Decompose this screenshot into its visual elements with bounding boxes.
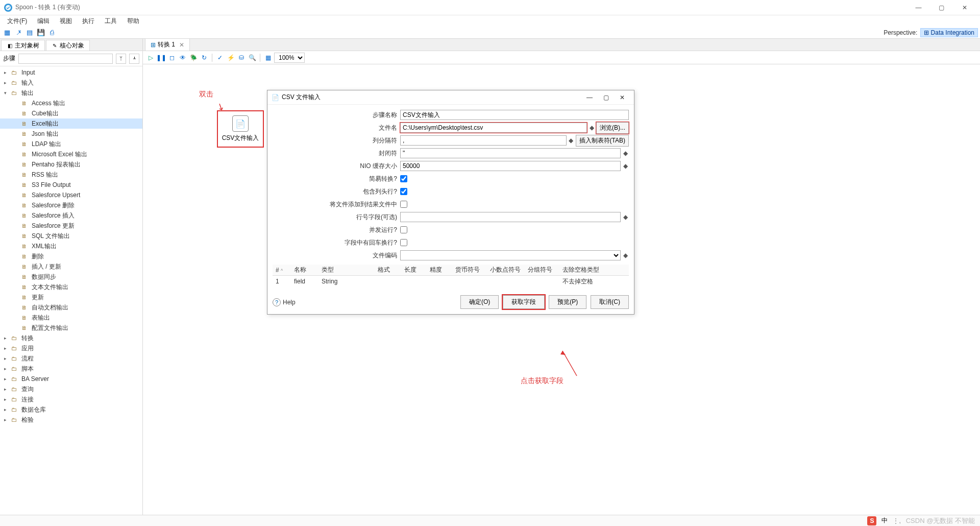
- new-icon[interactable]: ▦: [2, 28, 12, 38]
- explore-icon[interactable]: ▤: [24, 28, 35, 38]
- var-icon[interactable]: ◆: [568, 135, 575, 146]
- get-fields-button[interactable]: 获取字段: [503, 295, 545, 309]
- menu-tools[interactable]: 工具: [100, 16, 122, 27]
- header-checkbox[interactable]: [400, 188, 407, 195]
- open-icon[interactable]: ⭷: [13, 28, 23, 38]
- zoom-select[interactable]: 100%: [274, 53, 305, 63]
- minimize-button[interactable]: —: [907, 1, 930, 15]
- ok-button[interactable]: 确定(O): [460, 295, 499, 309]
- tree-out-item[interactable]: 🗎XML输出: [0, 241, 142, 251]
- step-tree[interactable]: ▸🗀Input ▸🗀输入 ▾🗀输出 🗎Access 输出🗎Cube输出🗎Exce…: [0, 66, 142, 515]
- tree-out-item[interactable]: 🗎Cube输出: [0, 108, 142, 118]
- help-button[interactable]: ?Help: [273, 298, 296, 306]
- tree-out-item[interactable]: 🗎自动文档输出: [0, 302, 142, 313]
- enclosure-input[interactable]: [400, 148, 621, 158]
- tree-out-item[interactable]: 🗎Access 输出: [0, 98, 142, 108]
- preview-button[interactable]: 预览(P): [549, 295, 586, 309]
- tree-out-item[interactable]: 🗎RSS 输出: [0, 170, 142, 180]
- tree-folder[interactable]: ▸🗀流程: [0, 353, 142, 364]
- menu-view[interactable]: 视图: [55, 16, 77, 27]
- var-icon[interactable]: ◆: [622, 161, 629, 171]
- impact-icon[interactable]: ⚡: [226, 53, 235, 62]
- perspective-value[interactable]: ⊞ Data Integration: [920, 28, 978, 37]
- close-button[interactable]: ✕: [953, 1, 976, 15]
- menu-file[interactable]: 文件(F): [2, 16, 32, 27]
- rownum-input[interactable]: [400, 212, 621, 222]
- tree-out-item[interactable]: 🗎插入 / 更新: [0, 261, 142, 272]
- steps-filter-input[interactable]: [18, 54, 113, 64]
- cancel-button[interactable]: 取消(C): [591, 295, 629, 309]
- menu-edit[interactable]: 编辑: [32, 16, 55, 27]
- tree-out-item[interactable]: 🗎Salesforce Upsert: [0, 190, 142, 200]
- tree-out-item[interactable]: 🗎Salesforce 更新: [0, 221, 142, 231]
- pause-icon[interactable]: ❚❚: [157, 53, 166, 62]
- tree-out-item[interactable]: 🗎Pentaho 报表输出: [0, 159, 142, 170]
- file-name-input[interactable]: [400, 123, 587, 133]
- explore-db-icon[interactable]: 🔍: [248, 53, 257, 62]
- dialog-close-icon[interactable]: ✕: [615, 91, 630, 104]
- insert-tab-button[interactable]: 插入制表符(TAB): [576, 135, 629, 147]
- tree-folder[interactable]: ▸🗀应用: [0, 343, 142, 353]
- replay-icon[interactable]: ↻: [200, 53, 209, 62]
- encoding-select[interactable]: [400, 250, 621, 260]
- delimiter-input[interactable]: [400, 135, 567, 146]
- canvas-area[interactable]: 双击 ↘ 📄 CSV文件输入 📄 CSV 文件输入 — ▢ ✕: [143, 64, 980, 515]
- tree-folder[interactable]: ▸🗀BA Server: [0, 374, 142, 384]
- tree-out-item[interactable]: 🗎配置文件输出: [0, 323, 142, 333]
- step-name-input[interactable]: [400, 110, 629, 120]
- tree-out-item[interactable]: 🗎表输出: [0, 313, 142, 323]
- tree-out-item[interactable]: 🗎SQL 文件输出: [0, 231, 142, 241]
- tree-out-item[interactable]: 🗎Excel输出: [0, 118, 142, 129]
- tree-out-item[interactable]: 🗎Json 输出: [0, 129, 142, 139]
- tree-out-item[interactable]: 🗎数据同步: [0, 272, 142, 282]
- menu-run[interactable]: 执行: [77, 16, 100, 27]
- tree-out-item[interactable]: 🗎S3 File Output: [0, 180, 142, 190]
- tree-input[interactable]: ▸🗀输入: [0, 78, 142, 88]
- maximize-button[interactable]: ▢: [930, 1, 953, 15]
- ime-icon[interactable]: S: [867, 516, 876, 525]
- save-icon[interactable]: 💾: [36, 28, 46, 38]
- menu-help[interactable]: 帮助: [122, 16, 144, 27]
- tree-folder[interactable]: ▸🗀查询: [0, 384, 142, 394]
- nio-input[interactable]: [400, 161, 621, 171]
- tree-out-item[interactable]: 🗎Salesforce 插入: [0, 210, 142, 221]
- preview-icon[interactable]: 👁: [178, 53, 187, 62]
- tree-input-en[interactable]: ▸🗀Input: [0, 67, 142, 78]
- tree-output[interactable]: ▾🗀输出: [0, 88, 142, 98]
- saveas-icon[interactable]: ⎙: [47, 28, 57, 38]
- tree-folder[interactable]: ▸🗀转换: [0, 333, 142, 343]
- tab-main-tree[interactable]: ◧主对象树: [1, 40, 45, 51]
- canvas-tab[interactable]: ⊞转换 1✕: [145, 38, 190, 51]
- lazy-checkbox[interactable]: [400, 175, 407, 182]
- close-tab-icon[interactable]: ✕: [179, 41, 184, 49]
- tree-folder[interactable]: ▸🗀连接: [0, 394, 142, 404]
- expand-all-icon[interactable]: ᛘ: [116, 54, 126, 64]
- tree-out-item[interactable]: 🗎文本文件输出: [0, 282, 142, 292]
- tab-core-objects[interactable]: ✎核心对象: [46, 40, 90, 51]
- debug-icon[interactable]: 🪲: [189, 53, 198, 62]
- browse-button[interactable]: 浏览(B)...: [596, 122, 629, 134]
- verify-icon[interactable]: ✓: [215, 53, 225, 62]
- play-icon[interactable]: ▷: [146, 53, 155, 62]
- show-results-icon[interactable]: ▦: [263, 53, 273, 62]
- tree-out-item[interactable]: 🗎LDAP 输出: [0, 139, 142, 149]
- collapse-all-icon[interactable]: ᚆ: [129, 54, 139, 64]
- fields-grid[interactable]: # ^ 名称 类型 格式 长度 精度 货币符号 小数点符号 分组符号 去除空格类…: [273, 265, 629, 287]
- tree-out-item[interactable]: 🗎更新: [0, 292, 142, 302]
- var-icon[interactable]: ◆: [622, 250, 629, 260]
- tree-out-item[interactable]: 🗎Microsoft Excel 输出: [0, 149, 142, 159]
- stop-icon[interactable]: ◻: [167, 53, 177, 62]
- newline-checkbox[interactable]: [400, 239, 407, 246]
- var-icon[interactable]: ◆: [588, 123, 595, 133]
- grid-row[interactable]: 1 field String 不去掉空格: [273, 276, 629, 287]
- tree-folder[interactable]: ▸🗀脚本: [0, 364, 142, 374]
- dialog-maximize-icon[interactable]: ▢: [598, 91, 614, 104]
- var-icon[interactable]: ◆: [622, 148, 629, 158]
- addfile-checkbox[interactable]: [400, 201, 407, 208]
- sql-icon[interactable]: ⛁: [237, 53, 246, 62]
- parallel-checkbox[interactable]: [400, 226, 407, 233]
- tree-folder[interactable]: ▸🗀检验: [0, 415, 142, 425]
- tree-out-item[interactable]: 🗎Salesforce 删除: [0, 200, 142, 210]
- csv-input-step[interactable]: 📄 CSV文件输入: [217, 110, 264, 148]
- dialog-minimize-icon[interactable]: —: [582, 91, 597, 104]
